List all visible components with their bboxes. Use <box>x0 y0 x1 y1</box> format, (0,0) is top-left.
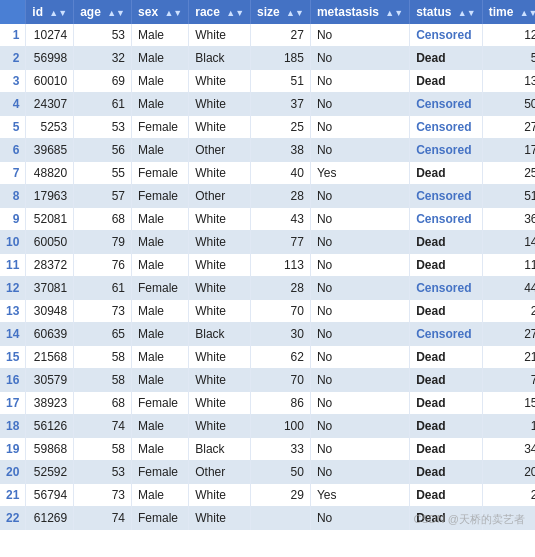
cell-sex: Male <box>132 323 189 346</box>
cell-age: 79 <box>74 231 132 254</box>
cell-sex: Female <box>132 162 189 185</box>
cell-race: White <box>189 116 251 139</box>
cell-sex: Male <box>132 24 189 47</box>
cell-rownum: 5 <box>0 116 26 139</box>
cell-status: Dead <box>410 254 483 277</box>
cell-rownum: 3 <box>0 70 26 93</box>
cell-size: 40 <box>251 162 311 185</box>
table-row: 6 39685 56 Male Other 38 No Censored 17 <box>0 139 535 162</box>
cell-time: 44 <box>482 277 535 300</box>
cell-sex: Female <box>132 507 189 530</box>
cell-id: 61269 <box>26 507 74 530</box>
table-body: 1 10274 53 Male White 27 No Censored 12 … <box>0 24 535 530</box>
cell-sex: Female <box>132 116 189 139</box>
table-header: id ▲▼ age ▲▼ sex ▲▼ race ▲▼ size ▲▼ meta… <box>0 0 535 24</box>
cell-metastasis: No <box>310 116 409 139</box>
cell-sex: Male <box>132 254 189 277</box>
sort-icon-size: ▲▼ <box>286 8 304 18</box>
cell-metastasis: No <box>310 208 409 231</box>
cell-sex: Male <box>132 346 189 369</box>
cell-time: 25 <box>482 162 535 185</box>
cell-age: 56 <box>74 139 132 162</box>
table-row: 7 48820 55 Female White 40 Yes Dead 25 <box>0 162 535 185</box>
sort-icon-sex: ▲▼ <box>164 8 182 18</box>
cell-rownum: 18 <box>0 415 26 438</box>
cell-status: Dead <box>410 346 483 369</box>
cell-id: 28372 <box>26 254 74 277</box>
cell-time: 5 <box>482 47 535 70</box>
cell-sex: Female <box>132 461 189 484</box>
cell-rownum: 20 <box>0 461 26 484</box>
table-row: 12 37081 61 Female White 28 No Censored … <box>0 277 535 300</box>
cell-metastasis: No <box>310 70 409 93</box>
cell-metastasis: No <box>310 277 409 300</box>
table-row: 17 38923 68 Female White 86 No Dead 15 <box>0 392 535 415</box>
cell-size: 62 <box>251 346 311 369</box>
col-status[interactable]: status ▲▼ <box>410 0 483 24</box>
col-sex[interactable]: sex ▲▼ <box>132 0 189 24</box>
table-row: 3 60010 69 Male White 51 No Dead 13 <box>0 70 535 93</box>
cell-age: 73 <box>74 484 132 507</box>
col-size[interactable]: size ▲▼ <box>251 0 311 24</box>
cell-sex: Male <box>132 47 189 70</box>
cell-metastasis: No <box>310 231 409 254</box>
table-row: 18 56126 74 Male White 100 No Dead 1 <box>0 415 535 438</box>
cell-age: 53 <box>74 461 132 484</box>
table-row: 4 24307 61 Male White 37 No Censored 50 <box>0 93 535 116</box>
cell-id: 48820 <box>26 162 74 185</box>
cell-size: 25 <box>251 116 311 139</box>
col-time[interactable]: time ▲▼ <box>482 0 535 24</box>
cell-race: Black <box>189 438 251 461</box>
cell-status: Dead <box>410 300 483 323</box>
cell-status: Censored <box>410 323 483 346</box>
cell-sex: Male <box>132 438 189 461</box>
cell-time: 14 <box>482 231 535 254</box>
table-row: 10 60050 79 Male White 77 No Dead 14 <box>0 231 535 254</box>
table-row: 5 5253 53 Female White 25 No Censored 27 <box>0 116 535 139</box>
cell-size: 38 <box>251 139 311 162</box>
col-age[interactable]: age ▲▼ <box>74 0 132 24</box>
cell-race: White <box>189 93 251 116</box>
cell-age: 53 <box>74 24 132 47</box>
cell-rownum: 4 <box>0 93 26 116</box>
cell-race: Other <box>189 185 251 208</box>
cell-rownum: 6 <box>0 139 26 162</box>
cell-status: Censored <box>410 185 483 208</box>
col-id[interactable]: id ▲▼ <box>26 0 74 24</box>
cell-rownum: 21 <box>0 484 26 507</box>
cell-age: 61 <box>74 93 132 116</box>
cell-rownum: 8 <box>0 185 26 208</box>
col-race[interactable]: race ▲▼ <box>189 0 251 24</box>
cell-metastasis: No <box>310 346 409 369</box>
cell-size: 33 <box>251 438 311 461</box>
cell-rownum: 14 <box>0 323 26 346</box>
cell-age: 65 <box>74 323 132 346</box>
cell-status: Censored <box>410 277 483 300</box>
cell-sex: Female <box>132 392 189 415</box>
cell-status: Dead <box>410 369 483 392</box>
cell-size: 43 <box>251 208 311 231</box>
table-row: 21 56794 73 Male White 29 Yes Dead 2 <box>0 484 535 507</box>
cell-metastasis: No <box>310 139 409 162</box>
cell-metastasis: Yes <box>310 484 409 507</box>
table-row: 1 10274 53 Male White 27 No Censored 12 <box>0 24 535 47</box>
cell-sex: Male <box>132 93 189 116</box>
cell-age: 61 <box>74 277 132 300</box>
cell-size: 70 <box>251 300 311 323</box>
cell-rownum: 2 <box>0 47 26 70</box>
cell-age: 68 <box>74 208 132 231</box>
col-rownum[interactable] <box>0 0 26 24</box>
cell-id: 10274 <box>26 24 74 47</box>
cell-time: 20 <box>482 461 535 484</box>
cell-size: 185 <box>251 47 311 70</box>
cell-rownum: 19 <box>0 438 26 461</box>
cell-time: 17 <box>482 139 535 162</box>
cell-race: White <box>189 24 251 47</box>
cell-metastasis: No <box>310 438 409 461</box>
cell-status: Dead <box>410 507 483 530</box>
sort-icon-race: ▲▼ <box>226 8 244 18</box>
cell-id: 39685 <box>26 139 74 162</box>
cell-race: White <box>189 346 251 369</box>
col-metastasis[interactable]: metastasis ▲▼ <box>310 0 409 24</box>
cell-time: 15 <box>482 392 535 415</box>
